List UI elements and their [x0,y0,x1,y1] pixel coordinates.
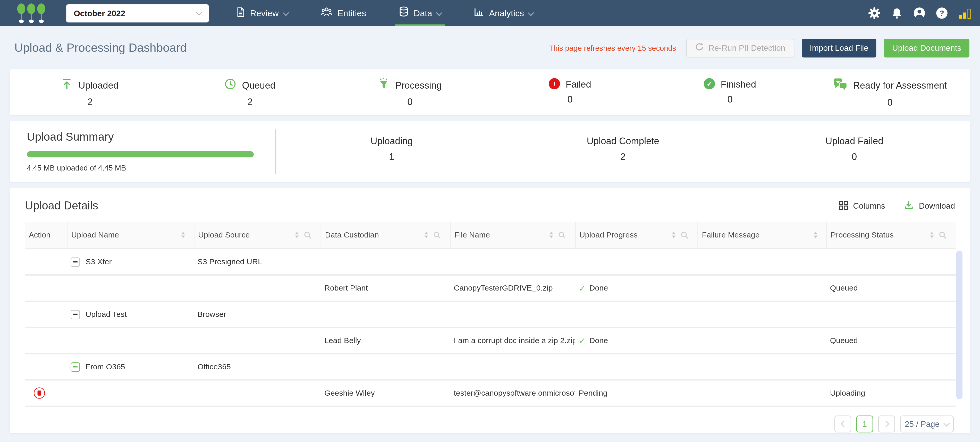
database-icon [399,6,409,20]
rerun-pii-detection-button[interactable]: Re-Run PII Detection [686,38,794,57]
nav-item-analytics[interactable]: Analytics [470,0,537,26]
page-number-button[interactable]: 1 [856,415,873,432]
columns-button[interactable]: Columns [838,200,885,212]
next-page-button[interactable] [878,415,895,432]
nav-label: Review [250,8,278,18]
column-header-failure-message: Failure Message [697,222,826,248]
upload-summary-caption: 4.45 MB uploaded of 4.45 MB [27,164,275,173]
import-load-file-button[interactable]: Import Load File [802,38,877,57]
sort-control[interactable] [672,232,676,238]
status-label: Queued [242,79,276,90]
table-row-group-s3-xfer: S3 Xfer S3 Presigned URL [25,248,956,274]
status-summary-card: Uploaded 2 Queued 2 [10,69,970,115]
sort-control[interactable] [295,232,299,238]
search-icon[interactable] [939,231,947,239]
search-icon[interactable] [681,231,689,239]
download-icon [904,200,914,212]
status-value: 0 [888,97,892,107]
upload-documents-button[interactable]: Upload Documents [884,38,969,57]
error-icon: ! [549,78,560,89]
status-label: Ready for Assessment [853,80,947,91]
topbar-utilities: ? [867,6,971,20]
sort-control[interactable] [424,232,428,238]
collapse-row-button[interactable] [71,310,80,319]
stat-upload-complete: Upload Complete 2 [507,121,738,182]
sort-control[interactable] [549,232,553,238]
column-header-data-custodian: Data Custodian [321,222,450,248]
upload-details-title: Upload Details [25,199,98,213]
status-ready-for-assessment: Ready for Assessment 0 [810,69,970,115]
status-label: Finished [721,78,756,89]
help-icon[interactable]: ? [935,6,948,20]
page-title: Upload & Processing Dashboard [14,41,187,55]
table-body: S3 Xfer S3 Presigned URL Robert Plant Ca… [25,248,956,407]
check-icon: ✓ [704,78,715,89]
column-header-action: Action [25,222,67,248]
pagination: 1 25 / Page [25,407,955,432]
collapse-row-button[interactable] [71,257,80,266]
clock-icon [225,78,237,92]
table-scrollbar[interactable] [956,251,963,399]
account-icon[interactable] [913,6,926,20]
status-finished: ✓ Finished 0 [650,69,810,115]
refresh-icon [695,43,703,53]
table-header-row: Action Upload Name Upload Source Data Cu… [25,222,956,248]
status-value: 2 [247,96,253,107]
sort-control[interactable] [181,232,185,238]
column-header-upload-source: Upload Source [194,222,320,248]
stop-upload-button[interactable] [34,387,45,399]
table-row-group-upload-test: Upload Test Browser [25,300,956,327]
search-icon[interactable] [304,231,312,239]
nav-item-review[interactable]: Review [232,0,292,26]
upload-processing-dashboard: October 2022 Review [0,0,980,442]
settings-icon[interactable] [867,6,881,20]
chevron-down-icon [196,9,202,15]
page-header: Upload & Processing Dashboard This page … [0,26,980,69]
status-label: Failed [566,78,591,89]
people-icon [320,7,332,19]
period-selector[interactable]: October 2022 [66,4,209,22]
status-processing: Processing 0 [330,69,490,115]
status-value: 2 [88,96,92,107]
previous-page-button[interactable] [834,415,851,432]
assessment-icon [833,78,848,92]
sort-control[interactable] [814,232,818,238]
search-icon[interactable] [558,231,566,239]
column-header-upload-name: Upload Name [67,222,194,248]
stat-upload-failed: Upload Failed 0 [738,121,970,182]
period-selector-value: October 2022 [74,8,197,18]
status-value: 0 [727,94,732,104]
canopy-logo-icon [16,3,48,24]
refresh-note: This page refreshes every 15 seconds [549,43,676,52]
signal-icon[interactable] [958,6,971,20]
collapse-row-button[interactable] [71,362,80,371]
nav-item-entities[interactable]: Entities [317,0,370,26]
status-label: Uploaded [78,79,119,90]
sort-control[interactable] [930,232,934,238]
status-failed: ! Failed 0 [490,69,650,115]
column-header-upload-progress: Upload Progress [575,222,698,248]
nav-item-data[interactable]: Data [395,0,445,26]
upload-icon [62,78,73,92]
table-row-group-from-o365: From O365 Office365 [25,353,956,379]
table-row-detail: Lead Belly I am a corrupt doc inside a z… [25,327,956,353]
upload-progress-bar [27,151,254,157]
upload-summary-title: Upload Summary [27,130,275,144]
chevron-down-icon [528,10,534,16]
nav-label: Data [414,8,432,18]
upload-summary-card: Upload Summary 4.45 MB uploaded of 4.45 … [10,121,970,182]
upload-progress-track [27,151,254,157]
nav-label: Entities [337,8,366,18]
notifications-icon[interactable] [890,6,904,20]
status-label: Processing [395,79,442,90]
bar-chart-icon [474,7,484,19]
download-button[interactable]: Download [904,200,955,212]
upload-details-card: Upload Details Columns [10,188,970,433]
page-size-selector[interactable]: 25 / Page [900,415,954,432]
funnel-icon [379,78,390,92]
upload-details-table: Action Upload Name Upload Source Data Cu… [25,222,956,407]
status-uploaded: Uploaded 2 [10,69,170,115]
search-icon[interactable] [433,231,441,239]
top-navigation-bar: October 2022 Review [0,0,980,26]
status-queued: Queued 2 [170,69,330,115]
